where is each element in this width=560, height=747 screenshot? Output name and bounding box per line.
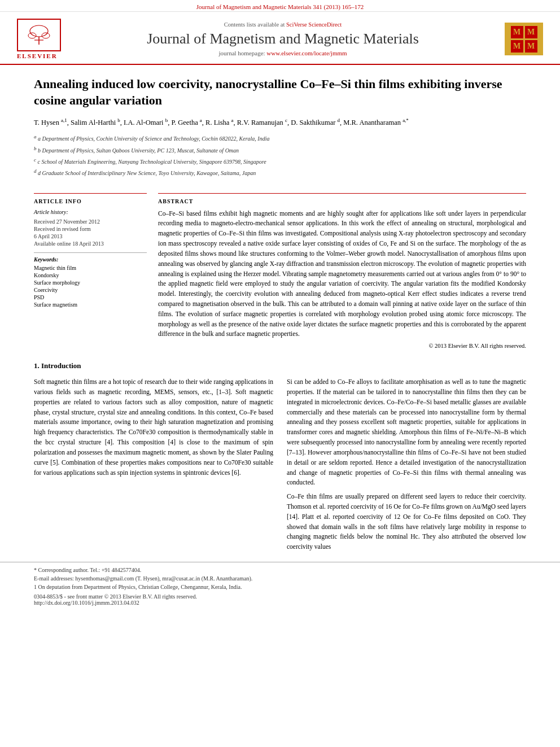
copyright-line: © 2013 Elsevier B.V. All rights reserved… bbox=[158, 343, 526, 349]
intro-para-2: Si can be added to Co–Fe alloys to facil… bbox=[287, 377, 526, 488]
intro-para-3: Co–Fe thin films are usually prepared on… bbox=[287, 492, 526, 552]
intro-heading-wrapper: 1. Introduction bbox=[0, 355, 560, 370]
m-cell-3: M bbox=[511, 40, 523, 53]
history-label: Article history: bbox=[34, 209, 147, 215]
elsevier-text: ELSEVIER bbox=[17, 53, 62, 59]
revised-date: 6 April 2013 bbox=[34, 233, 147, 239]
doi-copyright: 0304-8853/$ - see front matter © 2013 El… bbox=[34, 593, 526, 600]
affil-d: d d Graduate School of Interdisciplinary… bbox=[34, 167, 526, 178]
m-cell-1: M bbox=[511, 26, 523, 38]
m-logo-inner: M M M M bbox=[511, 26, 537, 53]
intro-para-1: Soft magnetic thin films are a hot topic… bbox=[34, 377, 273, 478]
keyword-2: Kondorsky bbox=[34, 272, 147, 278]
sciverse-link[interactable]: SciVerse ScienceDirect bbox=[286, 21, 342, 28]
article-info-label: ARTICLE INFO bbox=[34, 198, 147, 204]
article-info-abstract-section: ARTICLE INFO Article history: Received 2… bbox=[0, 187, 560, 355]
body-col-left: Soft magnetic thin films are a hot topic… bbox=[34, 377, 273, 556]
abstract-text: Co–Fe–Si based films exhibit high magnet… bbox=[158, 209, 526, 340]
keywords-section: Keywords: Magnetic thin film Kondorsky S… bbox=[34, 252, 147, 308]
journal-reference-bar: Journal of Magnetism and Magnetic Materi… bbox=[0, 0, 560, 12]
received-date: Received 27 November 2012 bbox=[34, 219, 147, 225]
intro-heading: 1. Introduction bbox=[34, 361, 526, 370]
m-logo-box: M M M M bbox=[505, 23, 543, 55]
journal-main-title: Journal of Magnetism and Magnetic Materi… bbox=[62, 30, 504, 47]
abstract-label: ABSTRACT bbox=[158, 198, 526, 204]
footnote-section: * Corresponding author. Tel.: +91 484257… bbox=[0, 562, 560, 593]
elsevier-logo: ELSEVIER bbox=[17, 19, 62, 59]
journal-header: ELSEVIER Contents lists available at Sci… bbox=[0, 12, 560, 65]
article-info-col: ARTICLE INFO Article history: Received 2… bbox=[34, 193, 147, 350]
elsevier-tree-icon bbox=[22, 24, 56, 46]
journal-homepage: journal homepage: www.elsevier.com/locat… bbox=[62, 50, 504, 56]
keyword-6: Surface magnetism bbox=[34, 302, 147, 308]
body-col-right: Si can be added to Co–Fe alloys to facil… bbox=[287, 377, 526, 556]
keyword-4: Coercivity bbox=[34, 287, 147, 293]
corresponding-author: * Corresponding author. Tel.: +91 484257… bbox=[34, 566, 526, 574]
m-cell-2: M bbox=[525, 26, 537, 38]
contents-line: Contents lists available at SciVerse Sci… bbox=[62, 21, 504, 28]
affil-a: a a Department of Physics, Cochin Univer… bbox=[34, 133, 526, 143]
keyword-3: Surface morphology bbox=[34, 279, 147, 286]
keywords-label: Keywords: bbox=[34, 256, 147, 263]
body-two-col: Soft magnetic thin films are a hot topic… bbox=[0, 374, 560, 562]
journal-ref-text: Journal of Magnetism and Magnetic Materi… bbox=[196, 3, 364, 10]
revised-label: Received in revised form bbox=[34, 226, 147, 232]
affiliations: a a Department of Physics, Cochin Univer… bbox=[34, 133, 526, 178]
contents-text: Contents lists available at bbox=[224, 21, 285, 28]
journal-logo: M M M M bbox=[504, 23, 543, 55]
elsevier-logo-box bbox=[17, 19, 61, 51]
homepage-url[interactable]: www.elsevier.com/locate/jmmm bbox=[266, 50, 347, 56]
article-title-section: Annealing induced low coercivity, nanocr… bbox=[0, 65, 560, 187]
authors-line: T. Hysen a,1, Salim Al-Harthi b, I.A. Al… bbox=[34, 116, 526, 128]
affil-c: c c School of Materials Engineering, Nan… bbox=[34, 156, 526, 167]
keyword-5: PSD bbox=[34, 294, 147, 300]
email-addresses: E-mail addresses: hysenthomas@gmail.com … bbox=[34, 574, 526, 583]
doi-section: 0304-8853/$ - see front matter © 2013 El… bbox=[0, 593, 560, 610]
deputation-note: 1 On deputation from Department of Physi… bbox=[34, 583, 526, 591]
abstract-col: ABSTRACT Co–Fe–Si based films exhibit hi… bbox=[158, 193, 526, 350]
m-cell-4: M bbox=[525, 40, 537, 53]
keyword-1: Magnetic thin film bbox=[34, 265, 147, 271]
article-title: Annealing induced low coercivity, nanocr… bbox=[34, 76, 526, 108]
homepage-text: journal homepage: bbox=[218, 50, 265, 56]
available-date: Available online 18 April 2013 bbox=[34, 241, 147, 247]
journal-title-block: Contents lists available at SciVerse Sci… bbox=[62, 21, 504, 56]
affil-b: b b Department of Physics, Sultan Qaboos… bbox=[34, 145, 526, 155]
doi-url: http://dx.doi.org/10.1016/j.jmmm.2013.04… bbox=[34, 600, 526, 606]
